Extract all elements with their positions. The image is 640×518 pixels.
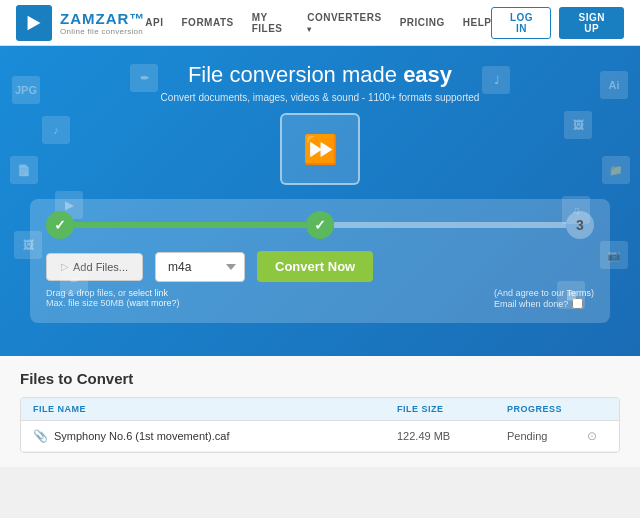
step-line-2 [334, 222, 566, 228]
email-checkbox-row: Email when done? [494, 298, 594, 309]
step3-circle: 3 [566, 211, 594, 239]
nav-converters[interactable]: CONVERTERS [307, 12, 381, 34]
email-label: Email when done? [494, 299, 568, 309]
convert-section: Files to Convert FILE NAME FILE SIZE PRO… [0, 356, 640, 467]
hint-max-label: Max. file size 50MB ( [46, 298, 130, 308]
hero-subtitle: Convert documents, images, videos & soun… [20, 92, 620, 103]
hint-left: Drag & drop files, or select link Max. f… [46, 288, 180, 308]
hint-terms-pre: (And agree to our [494, 288, 566, 298]
play-box: ⏩ [280, 113, 360, 185]
email-checkbox[interactable] [572, 298, 583, 309]
hero-section: JPG ♪ 📄 ▶ 🖼 ✏ Ai 🖼 📁 ♫ 📷 ▦ ✒ ♩ File conv… [0, 46, 640, 356]
hint-right: (And agree to our Terms) Email when done… [494, 288, 594, 309]
hint-more-link[interactable]: want more? [130, 298, 177, 308]
files-table: FILE NAME FILE SIZE PROGRESS 📎 Symphony … [20, 397, 620, 453]
file-progress-cell: Pending [507, 430, 587, 442]
add-files-button[interactable]: Add Files... [46, 253, 143, 281]
file-attachment-icon: 📎 [33, 429, 48, 443]
convert-section-title: Files to Convert [20, 370, 620, 387]
file-size-cell: 122.49 MB [397, 430, 507, 442]
hero-title-bold: easy [403, 62, 452, 87]
table-row: 📎 Symphony No.6 (1st movement).caf 122.4… [21, 421, 619, 452]
logo-icon [16, 5, 52, 41]
step2-circle: ✓ [306, 211, 334, 239]
convert-now-button[interactable]: Convert Now [257, 251, 373, 282]
nav-help[interactable]: HELP [463, 17, 492, 28]
hint-terms: (And agree to our Terms) [494, 288, 594, 298]
hero-title: File conversion made easy [20, 62, 620, 88]
nav-pricing[interactable]: PRICING [400, 17, 445, 28]
th-file-size: FILE SIZE [397, 404, 507, 414]
svg-marker-0 [28, 15, 41, 30]
nav-formats[interactable]: FORMATS [182, 17, 234, 28]
steps-progress: ✓ ✓ 3 [46, 211, 594, 239]
logo-sub: Online file conversion [60, 27, 145, 36]
header: ZAMZAR™ Online file conversion API FORMA… [0, 0, 640, 46]
steps-hints: Drag & drop files, or select link Max. f… [46, 288, 594, 309]
nav-links: API FORMATS MY FILES CONVERTERS PRICING … [145, 12, 491, 34]
file-name-cell: Symphony No.6 (1st movement).caf [54, 430, 397, 442]
nav-api[interactable]: API [145, 17, 163, 28]
table-header: FILE NAME FILE SIZE PROGRESS [21, 398, 619, 421]
hint-terms-link[interactable]: Terms [567, 288, 592, 298]
steps-controls: Add Files... m4a mp3 mp4 wav aac flac Co… [46, 251, 594, 282]
hero-title-plain: File conversion made [188, 62, 403, 87]
hint-max-text: Max. file size 50MB (want more?) [46, 298, 180, 308]
hint-drag-label: Drag & drop files, or [46, 288, 126, 298]
steps-bar: ✓ ✓ 3 Add Files... m4a mp3 mp4 wav aac f… [30, 199, 610, 323]
logo-area: ZAMZAR™ Online file conversion [16, 5, 145, 41]
hero-center: ⏩ [20, 113, 620, 185]
step1-checkmark: ✓ [54, 217, 66, 233]
step1-circle: ✓ [46, 211, 74, 239]
logo-text-area: ZAMZAR™ Online file conversion [60, 10, 145, 36]
th-progress: PROGRESS [507, 404, 607, 414]
hint-link[interactable]: select link [129, 288, 169, 298]
header-buttons: LOG IN SIGN UP [491, 7, 624, 39]
play-arrows-icon: ⏩ [303, 133, 338, 166]
step3-label: 3 [576, 217, 584, 233]
login-button[interactable]: LOG IN [491, 7, 551, 39]
step-line-1 [74, 222, 306, 228]
nav-my-files[interactable]: MY FILES [252, 12, 289, 34]
step2-checkmark: ✓ [314, 217, 326, 233]
hint-drag-text: Drag & drop files, or select link [46, 288, 180, 298]
file-remove-icon[interactable]: ⊙ [587, 429, 607, 443]
signup-button[interactable]: SIGN UP [559, 7, 624, 39]
format-select[interactable]: m4a mp3 mp4 wav aac flac [155, 252, 245, 282]
th-file-name: FILE NAME [33, 404, 397, 414]
logo-name: ZAMZAR™ [60, 10, 145, 27]
